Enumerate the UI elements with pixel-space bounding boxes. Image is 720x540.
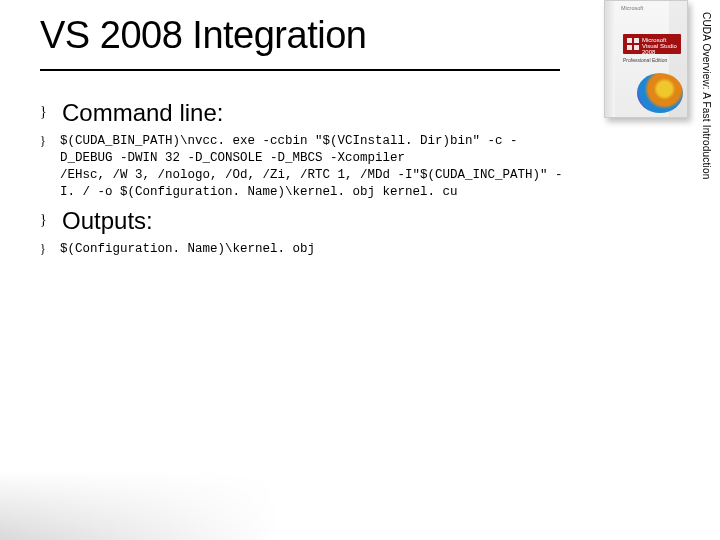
box-spine [605, 1, 615, 117]
bullet-outputs: } Outputs: [40, 207, 610, 235]
product-box-art: Microsoft Microsoft Visual Studio 2008 P… [604, 0, 688, 118]
bullet-command-code: } $(CUDA_BIN_PATH)\nvcc. exe -ccbin "$(V… [40, 133, 610, 201]
bullet-glyph-icon: } [40, 133, 60, 147]
bottom-fade-decoration [0, 470, 280, 540]
bullet-output-code: } $(Configuration. Name)\kernel. obj [40, 241, 610, 258]
slide: VS 2008 Integration CUDA Overview: A Fas… [0, 0, 720, 540]
side-label: CUDA Overview: A Fast Introduction [701, 12, 712, 179]
code-text: $(Configuration. Name)\kernel. obj [60, 241, 315, 258]
code-text: $(CUDA_BIN_PATH)\nvcc. exe -ccbin "$(VCI… [60, 133, 563, 201]
bullet-glyph-icon: } [40, 241, 60, 255]
vendor-label: Microsoft [621, 5, 643, 11]
brand-band: Microsoft Visual Studio 2008 [623, 34, 681, 54]
bullet-command-line: } Command line: [40, 99, 610, 127]
bullet-glyph-icon: } [40, 207, 62, 227]
edition-label: Professional Edition [623, 57, 667, 63]
brand-text: Microsoft Visual Studio 2008 [642, 37, 681, 55]
brand-main: Visual Studio 2008 [642, 43, 677, 55]
bullet-label: Outputs: [62, 207, 153, 235]
bullet-glyph-icon: } [40, 99, 62, 119]
bullet-label: Command line: [62, 99, 223, 127]
swirl-graphic [637, 73, 683, 113]
